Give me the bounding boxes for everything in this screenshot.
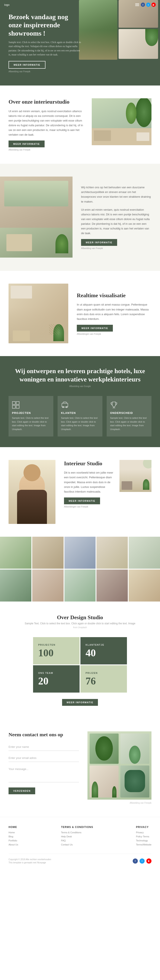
realtime-image-container bbox=[8, 283, 68, 343]
realtime-attribution: Afbeeldingen van Freepik bbox=[77, 333, 152, 335]
interior-studio-button[interactable]: MEER INFORMATIE bbox=[8, 140, 45, 147]
photo-grid-item-3 bbox=[64, 537, 96, 569]
footer-bottom: Copyright © 2018 Alle rechten voorbehoud… bbox=[8, 854, 152, 864]
footer-facebook-icon[interactable]: f bbox=[133, 859, 138, 864]
nav-social: f t ▶ bbox=[141, 3, 156, 7]
hero-description: Sample text. Click to select the text bo… bbox=[8, 40, 81, 57]
twitter-icon[interactable]: t bbox=[146, 3, 150, 7]
hero-button[interactable]: MEER INFORMATIE bbox=[8, 61, 45, 68]
hotels-card-1-title: PROJECTEN bbox=[12, 411, 50, 415]
footer-link-about[interactable]: About Us bbox=[8, 843, 18, 846]
stat-number-klanten: 40 bbox=[86, 648, 122, 658]
hero-title: Bezoek vandaag nog onze inspirerende sho… bbox=[8, 13, 81, 37]
footer-youtube-icon[interactable]: ▶ bbox=[146, 859, 152, 864]
interior-studio-title: Over onze interieurstudio bbox=[8, 98, 83, 105]
footer-link-helpdesk[interactable]: Help Desk bbox=[61, 835, 93, 838]
stat-box-klanten: KLANTENTJE 40 bbox=[80, 637, 127, 664]
svg-rect-2 bbox=[12, 405, 15, 408]
contact-email-input[interactable] bbox=[8, 754, 79, 762]
interior-studio-text: Over onze interieurstudio Ut enim ad min… bbox=[8, 98, 83, 151]
realtime-text: Realtime visualisatie In ut aliquam quam… bbox=[77, 292, 152, 335]
stats-grid: PROJECTEN 100 KLANTENTJE 40 ONS TEAM 20 … bbox=[33, 637, 127, 692]
hotels-card-3-text: Sample text. Click to select the text bo… bbox=[110, 416, 148, 431]
hero-image-1 bbox=[79, 0, 117, 60]
footer-copyright: Copyright © 2018 Alle rechten voorbehoud… bbox=[8, 858, 51, 861]
interieur-studio-button[interactable]: MEER INFORMATIE bbox=[64, 498, 100, 504]
contact-submit-button[interactable]: VERZENDEN bbox=[8, 788, 35, 794]
interior-studio-section: Over onze interieurstudio Ut enim ad min… bbox=[0, 86, 160, 164]
stat-label-klanten: KLANTENTJE bbox=[86, 644, 122, 646]
realtime-section: Realtime visualisatie In ut aliquam quam… bbox=[0, 271, 160, 356]
footer-link-portfolio[interactable]: Portfolio bbox=[8, 839, 18, 842]
grid-icon bbox=[12, 401, 20, 409]
footer-template-info: This template is gemaakt met Nicepage bbox=[8, 861, 51, 864]
design-studio-attribution: from Unsplash bbox=[8, 626, 152, 628]
realtime-image bbox=[8, 283, 68, 343]
footer: Home Home Blog Portfolio About Us Terms … bbox=[0, 817, 160, 868]
photo-grid-item-10 bbox=[129, 570, 160, 601]
footer-twitter-icon[interactable]: t bbox=[139, 859, 145, 864]
footer-columns: Home Home Blog Portfolio About Us Terms … bbox=[8, 826, 152, 847]
footer-col-terms: Terms & Conditions Terms & Conditions He… bbox=[61, 826, 93, 847]
footer-link-terms[interactable]: Terms & Conditions bbox=[61, 831, 93, 834]
footer-col-privacy: Privacy Privacy Policy Terms Technology … bbox=[136, 826, 152, 847]
design-studio-stats-section: Over Design Studio Sample Text. Click to… bbox=[0, 601, 160, 719]
stat-number-prijzen: 76 bbox=[86, 676, 122, 686]
interieur-studio-person bbox=[8, 460, 56, 524]
interieur-studio-attribution: Afbeeldingen van Freepik bbox=[64, 506, 152, 508]
hamburger-menu[interactable] bbox=[135, 3, 139, 6]
stat-label-projecten: PROJECTEN bbox=[38, 644, 74, 646]
contact-image-container: Afbeelding van Freepik bbox=[88, 731, 152, 804]
footer-link-home[interactable]: Home bbox=[8, 831, 18, 834]
hotels-card-3-title: ONDERSCHEID bbox=[110, 411, 148, 415]
realtime-title: Realtime visualisatie bbox=[77, 292, 152, 299]
photo-grid-item-4 bbox=[96, 537, 128, 569]
design-vision-text1: Wij richten ons op het behouden van een … bbox=[81, 185, 152, 204]
hotels-title: Wij ontwerpen en leveren prachtige hotel… bbox=[8, 367, 152, 383]
facebook-icon[interactable]: f bbox=[141, 3, 145, 7]
footer-link-privacy[interactable]: Privacy bbox=[136, 831, 152, 834]
hero-content: Bezoek vandaag nog onze inspirerende sho… bbox=[8, 13, 81, 73]
photo-grid-item-9 bbox=[96, 570, 128, 601]
contact-message-textarea[interactable] bbox=[8, 765, 79, 782]
footer-link-blog[interactable]: Blog bbox=[8, 835, 18, 838]
footer-link-website-terms[interactable]: Terms/Website bbox=[136, 843, 152, 846]
design-vision-button[interactable]: MEER INFORMATIE bbox=[81, 239, 117, 246]
footer-link-technology[interactable]: Technology bbox=[136, 839, 152, 842]
car-icon bbox=[61, 401, 69, 409]
hotels-card-2: KLANTEN Sample text. Click to select the… bbox=[58, 396, 102, 436]
hero-images bbox=[79, 0, 160, 86]
stat-label-prijzen: PRIJZEN bbox=[86, 672, 122, 674]
hotels-card-2-text: Sample text. Click to select the text bo… bbox=[61, 416, 99, 431]
photo-grid-item-5 bbox=[129, 537, 160, 569]
youtube-icon[interactable]: ▶ bbox=[152, 3, 156, 7]
hotels-card-2-title: KLANTEN bbox=[61, 411, 99, 415]
contact-image bbox=[88, 731, 152, 800]
contact-name-input[interactable] bbox=[8, 743, 79, 751]
contact-title: Neem contact met ons op bbox=[8, 731, 79, 738]
footer-link-contact[interactable]: Contact Us bbox=[61, 843, 93, 846]
nav-logo: logo bbox=[4, 3, 10, 6]
footer-col-home-title: Home bbox=[8, 826, 18, 829]
footer-col-privacy-title: Privacy bbox=[136, 826, 152, 829]
interior-studio-image-container bbox=[92, 98, 152, 145]
stat-box-prijzen: PRIJZEN 76 bbox=[80, 665, 127, 692]
footer-link-faq[interactable]: FAQ bbox=[61, 839, 93, 842]
stat-label-team: ONS TEAM bbox=[38, 672, 74, 674]
design-vision-image bbox=[0, 177, 72, 258]
hotels-card-1-text: Sample text. Click to select the text bo… bbox=[12, 416, 50, 431]
photo-grid-item-1 bbox=[0, 537, 31, 569]
realtime-button[interactable]: MEER INFORMATIE bbox=[77, 325, 113, 332]
trophy-icon bbox=[110, 401, 118, 409]
footer-social: f t ▶ bbox=[133, 859, 152, 864]
design-studio-button-wrap: MEER INFORMATIE bbox=[8, 699, 152, 706]
design-studio-subtitle: Sample Text. Click to select the text bo… bbox=[8, 622, 152, 625]
photo-grid-item-7 bbox=[32, 570, 64, 601]
footer-col-home: Home Home Blog Portfolio About Us bbox=[8, 826, 18, 847]
design-studio-button[interactable]: MEER INFORMATIE bbox=[62, 699, 98, 706]
footer-link-policy[interactable]: Policy Terms bbox=[136, 835, 152, 838]
stat-box-team: ONS TEAM 20 bbox=[33, 665, 80, 692]
stat-number-team: 20 bbox=[38, 676, 74, 686]
svg-rect-1 bbox=[16, 401, 19, 404]
design-vision-image-container bbox=[0, 177, 72, 258]
